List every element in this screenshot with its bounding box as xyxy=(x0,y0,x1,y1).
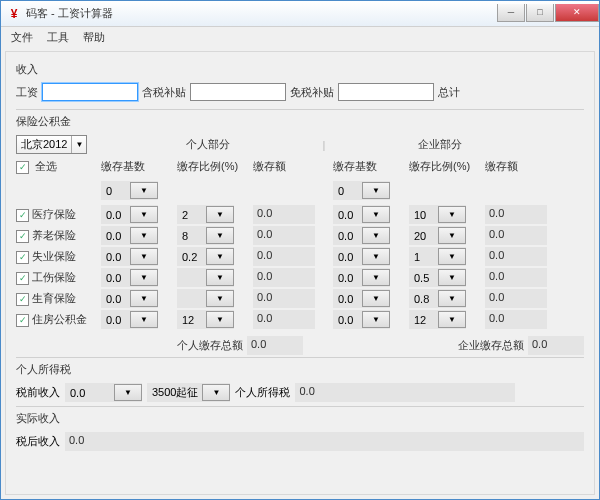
row-name: 失业保险 xyxy=(32,250,76,262)
personal-total-value: 0.0 xyxy=(247,336,303,355)
company-header-base-select[interactable]: 0▼ xyxy=(333,181,390,200)
chevron-down-icon: ▼ xyxy=(362,269,390,286)
chevron-down-icon: ▼ xyxy=(206,311,234,328)
chevron-down-icon: ▼ xyxy=(130,311,158,328)
chevron-down-icon: ▼ xyxy=(362,248,390,265)
header-amount-company: 缴存额 xyxy=(485,159,547,174)
company-rate-select[interactable]: 20▼ xyxy=(409,226,466,245)
chevron-down-icon: ▼ xyxy=(130,182,158,199)
row-name: 养老保险 xyxy=(32,229,76,241)
row-name: 医疗保险 xyxy=(32,208,76,220)
income-section-label: 收入 xyxy=(16,62,584,77)
pretax-select[interactable]: 0.0▼ xyxy=(65,383,142,402)
threshold-select[interactable]: 3500起征▼ xyxy=(147,383,230,402)
region-value: 北京2012 xyxy=(17,137,71,152)
company-amount: 0.0 xyxy=(485,289,547,308)
company-rate-select[interactable]: 1▼ xyxy=(409,247,466,266)
exempt-allowance-input[interactable] xyxy=(338,83,434,101)
chevron-down-icon: ▼ xyxy=(130,290,158,307)
header-rate-personal: 缴存比例(%) xyxy=(177,159,253,174)
net-income-value: 0.0 xyxy=(65,432,584,451)
tax-amount-value: 0.0 xyxy=(295,383,515,402)
personal-amount: 0.0 xyxy=(253,268,315,287)
insurance-row: ✓生育保险0.0▼▼0.00.0▼0.8▼0.0 xyxy=(16,288,584,309)
menubar: 文件 工具 帮助 xyxy=(1,27,599,47)
app-icon: ¥ xyxy=(7,7,21,21)
row-checkbox[interactable]: ✓ xyxy=(16,314,29,327)
row-checkbox[interactable]: ✓ xyxy=(16,230,29,243)
taxable-allowance-label: 含税补贴 xyxy=(142,85,186,100)
tax-amount-label: 个人所得税 xyxy=(235,385,290,400)
row-checkbox[interactable]: ✓ xyxy=(16,209,29,222)
salary-input[interactable] xyxy=(42,83,138,101)
personal-base-select[interactable]: 0.0▼ xyxy=(101,289,158,308)
personal-header-base-select[interactable]: 0▼ xyxy=(101,181,158,200)
region-select[interactable]: 北京2012 ▼ xyxy=(16,135,87,154)
personal-rate-select[interactable]: ▼ xyxy=(177,268,234,287)
personal-base-select[interactable]: 0.0▼ xyxy=(101,310,158,329)
chevron-down-icon: ▼ xyxy=(362,227,390,244)
company-total-label: 企业缴存总额 xyxy=(458,338,524,353)
company-amount: 0.0 xyxy=(485,205,547,224)
personal-base-select[interactable]: 0.0▼ xyxy=(101,205,158,224)
company-base-select[interactable]: 0.0▼ xyxy=(333,289,390,308)
chevron-down-icon: ▼ xyxy=(438,269,466,286)
titlebar[interactable]: ¥ 码客 - 工资计算器 ─ □ ✕ xyxy=(1,1,599,27)
company-base-select[interactable]: 0.0▼ xyxy=(333,247,390,266)
row-checkbox[interactable]: ✓ xyxy=(16,251,29,264)
personal-base-select[interactable]: 0.0▼ xyxy=(101,247,158,266)
close-button[interactable]: ✕ xyxy=(555,4,599,22)
chevron-down-icon: ▼ xyxy=(362,290,390,307)
company-base-select[interactable]: 0.0▼ xyxy=(333,226,390,245)
tax-section-label: 个人所得税 xyxy=(16,362,584,377)
personal-part-header: 个人部分 xyxy=(101,137,315,152)
divider xyxy=(16,357,584,358)
personal-rate-select[interactable]: 2▼ xyxy=(177,205,234,224)
insurance-section-label: 保险公积金 xyxy=(16,114,584,129)
company-base-select[interactable]: 0.0▼ xyxy=(333,268,390,287)
chevron-down-icon: ▼ xyxy=(130,248,158,265)
menu-help[interactable]: 帮助 xyxy=(77,28,111,47)
maximize-button[interactable]: □ xyxy=(526,4,554,22)
menu-file[interactable]: 文件 xyxy=(5,28,39,47)
personal-rate-select[interactable]: 0.2▼ xyxy=(177,247,234,266)
menu-tool[interactable]: 工具 xyxy=(41,28,75,47)
taxable-allowance-input[interactable] xyxy=(190,83,286,101)
row-name: 工伤保险 xyxy=(32,271,76,283)
row-checkbox[interactable]: ✓ xyxy=(16,293,29,306)
company-rate-select[interactable]: 12▼ xyxy=(409,310,466,329)
row-checkbox[interactable]: ✓ xyxy=(16,272,29,285)
divider xyxy=(16,109,584,110)
header-base-personal: 缴存基数 xyxy=(101,159,177,174)
personal-rate-select[interactable]: 8▼ xyxy=(177,226,234,245)
chevron-down-icon: ▼ xyxy=(438,311,466,328)
pretax-label: 税前收入 xyxy=(16,385,60,400)
personal-rate-select[interactable]: 12▼ xyxy=(177,310,234,329)
chevron-down-icon: ▼ xyxy=(206,290,234,307)
net-section-label: 实际收入 xyxy=(16,411,584,426)
insurance-row: ✓医疗保险0.0▼2▼0.00.0▼10▼0.0 xyxy=(16,204,584,225)
select-all-checkbox[interactable]: ✓ xyxy=(16,161,29,174)
header-amount-personal: 缴存额 xyxy=(253,159,315,174)
chevron-down-icon: ▼ xyxy=(206,227,234,244)
company-rate-select[interactable]: 0.5▼ xyxy=(409,268,466,287)
personal-amount: 0.0 xyxy=(253,205,315,224)
company-base-select[interactable]: 0.0▼ xyxy=(333,205,390,224)
chevron-down-icon: ▼ xyxy=(130,206,158,223)
company-base-select[interactable]: 0.0▼ xyxy=(333,310,390,329)
company-amount: 0.0 xyxy=(485,310,547,329)
insurance-row: ✓失业保险0.0▼0.2▼0.00.0▼1▼0.0 xyxy=(16,246,584,267)
chevron-down-icon: ▼ xyxy=(438,290,466,307)
personal-base-select[interactable]: 0.0▼ xyxy=(101,226,158,245)
company-rate-select[interactable]: 10▼ xyxy=(409,205,466,224)
chevron-down-icon: ▼ xyxy=(130,269,158,286)
personal-amount: 0.0 xyxy=(253,310,315,329)
chevron-down-icon: ▼ xyxy=(362,206,390,223)
minimize-button[interactable]: ─ xyxy=(497,4,525,22)
chevron-down-icon: ▼ xyxy=(114,384,142,401)
personal-rate-select[interactable]: ▼ xyxy=(177,289,234,308)
personal-base-select[interactable]: 0.0▼ xyxy=(101,268,158,287)
insurance-row: ✓养老保险0.0▼8▼0.00.0▼20▼0.0 xyxy=(16,225,584,246)
company-rate-select[interactable]: 0.8▼ xyxy=(409,289,466,308)
insurance-row: ✓工伤保险0.0▼▼0.00.0▼0.5▼0.0 xyxy=(16,267,584,288)
